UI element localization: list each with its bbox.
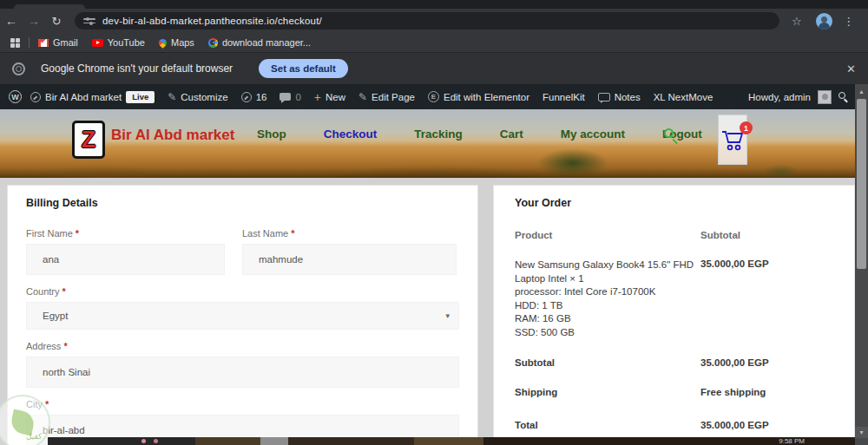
adminbar-funnelkit[interactable]: FunnelKit bbox=[542, 92, 585, 102]
reload-icon[interactable]: ↻ bbox=[45, 15, 68, 28]
nav-checkout[interactable]: Checkout bbox=[324, 128, 378, 141]
strip-segment bbox=[195, 437, 260, 445]
plus-icon: + bbox=[314, 90, 321, 104]
youtube-icon bbox=[92, 39, 103, 47]
strip-segment bbox=[414, 437, 483, 445]
address-field[interactable] bbox=[26, 357, 459, 388]
site-info-icon[interactable] bbox=[83, 16, 95, 25]
back-icon[interactable]: ← bbox=[0, 14, 23, 28]
watermark-text: كفيل bbox=[26, 432, 42, 441]
product-qty-line: Laptop Intel × 1 bbox=[515, 272, 700, 286]
dashboard-icon bbox=[30, 92, 41, 102]
subtotal-value: 35.000,00 EGP bbox=[700, 357, 836, 368]
adminbar-new[interactable]: + New bbox=[314, 90, 345, 104]
product-spec-ram: RAM: 16 GB bbox=[515, 312, 700, 326]
required-mark: * bbox=[76, 228, 79, 239]
chevron-down-icon: ▾ bbox=[445, 311, 450, 320]
scroll-down-icon[interactable]: ▼ bbox=[855, 427, 868, 438]
nav-tracking[interactable]: Tracking bbox=[414, 128, 463, 141]
required-mark: * bbox=[291, 228, 294, 239]
total-label: Total bbox=[515, 420, 700, 430]
comments-count: 0 bbox=[295, 92, 300, 102]
adminbar-comments[interactable]: 0 bbox=[279, 92, 300, 102]
set-as-default-button[interactable]: Set as default bbox=[259, 59, 348, 78]
address-label: Address * bbox=[26, 341, 459, 351]
country-value: Egypt bbox=[43, 311, 68, 321]
bookmark-star-icon[interactable]: ☆ bbox=[792, 15, 802, 28]
order-total-row: Total 35.000,00 EGP bbox=[515, 420, 836, 430]
browser-window: ← → ↻ dev-bir-al-abd-market.pantheonsite… bbox=[0, 0, 868, 445]
product-column-header: Product bbox=[515, 230, 700, 240]
elementor-icon: E bbox=[428, 91, 439, 102]
cart-button[interactable]: 1 bbox=[718, 115, 747, 165]
tab-strip bbox=[0, 0, 868, 9]
strip-segment bbox=[48, 437, 195, 445]
cart-count-badge: 1 bbox=[740, 121, 753, 134]
total-value: 35.000,00 EGP bbox=[700, 420, 836, 430]
address-bar[interactable]: dev-bir-al-abd-market.pantheonsite.io/ch… bbox=[75, 12, 779, 29]
edit-page-label: Edit Page bbox=[372, 92, 415, 102]
order-heading: Your Order bbox=[515, 197, 836, 209]
bookmark-gmail[interactable]: Gmail bbox=[38, 37, 78, 48]
product-name-line: New Samsung Galaxy Book4 15.6" FHD bbox=[515, 258, 700, 272]
browser-menu-icon[interactable]: ⋮ bbox=[841, 15, 857, 28]
subtotal-label: Subtotal bbox=[515, 357, 700, 368]
howdy-admin-label[interactable]: Howdy, admin bbox=[748, 92, 811, 102]
nav-shop[interactable]: Shop bbox=[257, 128, 286, 141]
adminbar-edit-page[interactable]: ✎ Edit Page bbox=[358, 91, 415, 103]
xl-nextmove-label: XL NextMove bbox=[654, 92, 713, 102]
adminbar-edit-with-elementor[interactable]: E Edit with Elementor bbox=[428, 91, 529, 102]
subtotal-column-header: Subtotal bbox=[700, 230, 836, 240]
scroll-up-icon[interactable]: ▲ bbox=[855, 86, 868, 97]
bookmark-label: Gmail bbox=[53, 37, 78, 48]
infobar-message: Google Chrome isn't your default browser bbox=[41, 62, 233, 75]
billing-heading: Billing Details bbox=[26, 197, 459, 209]
nav-my-account[interactable]: My account bbox=[561, 128, 625, 141]
site-header: Z Bir Al Abd market Shop Checkout Tracki… bbox=[0, 109, 855, 178]
shipping-value: Free shipping bbox=[700, 387, 836, 397]
order-shipping-row: Shipping Free shipping bbox=[515, 387, 836, 397]
bookmark-youtube[interactable]: YouTube bbox=[92, 37, 145, 48]
adminbar-customize[interactable]: ✎ Customize bbox=[168, 91, 227, 103]
site-name-label: Bir Al Abd market bbox=[45, 92, 122, 102]
forward-icon[interactable]: → bbox=[23, 14, 45, 28]
pencil-icon: ✎ bbox=[358, 91, 367, 103]
strip-segment bbox=[288, 437, 414, 445]
strip-segment bbox=[260, 437, 288, 445]
nav-cart[interactable]: Cart bbox=[500, 128, 523, 141]
clock-text: 9:58 PM bbox=[779, 437, 805, 445]
first-name-label: First Name * bbox=[26, 228, 225, 239]
product-spec-ssd: SSD: 500 GB bbox=[515, 326, 700, 340]
adminbar-site-name[interactable]: Bir Al Abd market Live bbox=[30, 91, 155, 103]
adminbar-xl-nextmove[interactable]: XL NextMove bbox=[654, 92, 713, 102]
adminbar-notes[interactable]: Notes bbox=[598, 92, 641, 102]
notes-label: Notes bbox=[615, 92, 641, 102]
first-name-field[interactable] bbox=[26, 244, 225, 275]
shipping-label: Shipping bbox=[515, 387, 700, 397]
updates-count: 16 bbox=[256, 92, 267, 102]
order-item-row: New Samsung Galaxy Book4 15.6" FHD Lapto… bbox=[515, 258, 836, 339]
bookmark-maps[interactable]: Maps bbox=[159, 37, 194, 48]
bookmark-download-manager[interactable]: download manager... bbox=[208, 37, 311, 48]
profile-avatar[interactable] bbox=[816, 13, 832, 29]
product-spec-processor: processor: Intel Core i7-10700K bbox=[515, 285, 700, 299]
scrollbar-thumb[interactable] bbox=[857, 99, 866, 269]
admin-avatar[interactable] bbox=[818, 90, 832, 104]
bookmark-label: Maps bbox=[171, 37, 194, 48]
page-scrollbar[interactable]: ▲ ▼ bbox=[855, 84, 868, 445]
country-select[interactable]: Egypt ▾ bbox=[26, 302, 459, 330]
adminbar-updates[interactable]: 16 bbox=[241, 92, 267, 102]
apps-grid-icon[interactable] bbox=[10, 38, 20, 48]
site-title[interactable]: Bir Al Abd market bbox=[111, 127, 234, 144]
google-g-icon bbox=[208, 38, 218, 48]
default-browser-infobar: Google Chrome isn't your default browser… bbox=[0, 52, 868, 84]
infobar-close-icon[interactable]: ✕ bbox=[846, 62, 856, 75]
site-logo[interactable]: Z bbox=[72, 121, 105, 159]
last-name-field[interactable] bbox=[242, 244, 457, 275]
adminbar-search-icon[interactable] bbox=[838, 92, 848, 101]
gmail-icon bbox=[38, 39, 49, 47]
header-search-icon[interactable] bbox=[664, 128, 678, 142]
your-order-card: Your Order Product Subtotal New Samsung … bbox=[493, 185, 855, 445]
wordpress-logo-icon[interactable]: W bbox=[9, 90, 22, 103]
url-text[interactable]: dev-bir-al-abd-market.pantheonsite.io/ch… bbox=[102, 16, 322, 26]
